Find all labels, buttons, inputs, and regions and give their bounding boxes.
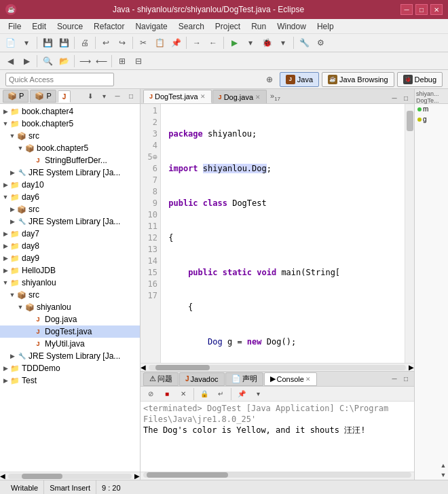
tree-item-src2[interactable]: ▶ 📦 src: [0, 203, 140, 215]
tree-item-jre1[interactable]: ▶ 🔧 JRE System Library [Ja...: [0, 166, 140, 179]
maximize-button[interactable]: □: [415, 4, 428, 15]
left-panel-scrollbar[interactable]: ◀ ▶: [0, 472, 140, 480]
panel-tab-j[interactable]: J: [58, 90, 71, 103]
tree-item-dog-java[interactable]: ▶ J Dog.java: [0, 313, 140, 325]
fwd-button[interactable]: ▶: [19, 54, 34, 69]
menu-window[interactable]: Window: [272, 20, 312, 33]
next-button[interactable]: →: [189, 35, 204, 50]
quick-access-input[interactable]: [5, 73, 114, 86]
console-tab-close[interactable]: ✕: [305, 376, 311, 383]
tree-item-day7[interactable]: ▶ 📁 day7: [0, 228, 140, 240]
scroll-right-btn[interactable]: ▶: [134, 472, 140, 480]
save-button[interactable]: 💾: [40, 35, 55, 50]
menu-edit[interactable]: Edit: [26, 20, 52, 33]
tree-item-jre3[interactable]: ▶ 🔧 JRE System Library [Ja...: [0, 350, 140, 362]
scroll-lock-btn[interactable]: 🔒: [197, 387, 212, 402]
tree-item-dogtest-java[interactable]: ▶ J DogTest.java: [0, 325, 140, 338]
debug-dropdown[interactable]: ▾: [276, 35, 291, 50]
run-button[interactable]: ▶: [227, 35, 242, 50]
tree-item-day10[interactable]: ▶ 📁 day10: [0, 179, 140, 191]
editor-scroll-thumb[interactable]: [407, 111, 413, 131]
perspective-open[interactable]: ⊕: [262, 72, 277, 87]
pin-console-btn[interactable]: 📌: [234, 387, 249, 402]
toggle-view[interactable]: ⊞: [115, 54, 130, 69]
menu-navigate[interactable]: Navigate: [130, 20, 172, 33]
perspective-debug[interactable]: 🐞 Debug: [397, 72, 443, 87]
copy-button[interactable]: 📋: [152, 35, 167, 50]
ext-tools2[interactable]: ⚙: [313, 35, 328, 50]
dogtest-tab-close[interactable]: ✕: [200, 93, 206, 100]
terminate-btn[interactable]: ■: [160, 387, 174, 402]
h-scrollbar-thumb[interactable]: [155, 365, 210, 370]
save-all-button[interactable]: 💾: [56, 35, 71, 50]
scroll-left-btn[interactable]: ◀: [0, 472, 5, 480]
menu-project[interactable]: Project: [210, 20, 246, 33]
panel-tab-p1[interactable]: 📦 P: [3, 90, 29, 103]
tree-item-day8[interactable]: ▶ 📁 day8: [0, 240, 140, 252]
menu-refactor[interactable]: Refactor: [88, 20, 130, 33]
print-button[interactable]: 🖨: [77, 35, 92, 50]
tree-item-tdddemo[interactable]: ▶ 📁 TDDDemo: [0, 362, 140, 374]
mini-scroll-down[interactable]: ▼: [438, 470, 448, 480]
run-dropdown[interactable]: ▾: [243, 35, 258, 50]
editor-tab-dog[interactable]: J Dog.java ✕: [212, 90, 267, 103]
close-button[interactable]: ✕: [430, 4, 443, 15]
open-type[interactable]: 🔍: [40, 54, 55, 69]
console-min-btn[interactable]: ─: [389, 374, 400, 385]
tree-item-src1[interactable]: ▼ 📦 src: [0, 130, 140, 142]
panel-menu-button[interactable]: ▾: [98, 90, 110, 103]
menu-run[interactable]: Run: [246, 20, 272, 33]
bottom-tab-declaration[interactable]: 📄 声明: [225, 372, 263, 386]
bottom-tab-console[interactable]: ▶ Console ✕: [264, 372, 317, 386]
editor-vertical-scrollbar[interactable]: [405, 104, 414, 363]
tree-item-src3[interactable]: ▼ 📦 src: [0, 289, 140, 301]
tree-item-shiyanloupkg[interactable]: ▼ 📦 shiyanlou: [0, 301, 140, 313]
editor-tab-dogtest[interactable]: J DogTest.java ✕: [143, 90, 212, 103]
tree-item-book5[interactable]: ▼ 📁 book.chapter5: [0, 118, 140, 130]
tree-item-myutil-java[interactable]: ▶ J MyUtil.java: [0, 338, 140, 350]
tree-item-hellojdb[interactable]: ▶ 📁 HelloJDB: [0, 264, 140, 277]
remove-launch-btn[interactable]: ✕: [176, 387, 191, 402]
console-scrollbar-thumb[interactable]: [147, 472, 228, 478]
word-wrap-btn[interactable]: ↵: [213, 387, 228, 402]
mini-item-g[interactable]: g: [415, 114, 448, 124]
editor-min-button[interactable]: ─: [389, 92, 400, 103]
new-button[interactable]: 📄: [3, 35, 18, 50]
console-max-btn[interactable]: □: [400, 374, 411, 385]
mini-scroll-up[interactable]: ▲: [438, 461, 448, 470]
collapse-all-button[interactable]: ⬇: [84, 90, 96, 103]
menu-file[interactable]: File: [3, 20, 26, 33]
dog-tab-close[interactable]: ✕: [255, 94, 261, 101]
next-edit[interactable]: ⟶: [77, 54, 92, 69]
clear-console-btn[interactable]: ⊘: [143, 387, 158, 402]
left-scrollbar-thumb[interactable]: [22, 474, 62, 479]
tree-item-book5pkg[interactable]: ▼ 📦 book.chapter5: [0, 142, 140, 154]
paste-button[interactable]: 📌: [168, 35, 183, 50]
menu-help[interactable]: Help: [312, 20, 339, 33]
menu-search[interactable]: Search: [173, 20, 210, 33]
prev-button[interactable]: ←: [206, 35, 221, 50]
mini-item-m[interactable]: m: [415, 104, 448, 114]
undo-button[interactable]: ↩: [98, 35, 113, 50]
panel-maximize-button[interactable]: □: [125, 90, 137, 103]
bottom-tab-javadoc[interactable]: J Javadoc: [179, 372, 225, 386]
redo-button[interactable]: ↪: [115, 35, 130, 50]
prev-edit[interactable]: ⟵: [94, 54, 109, 69]
perspective-java-browsing[interactable]: ☕ Java Browsing: [322, 72, 394, 87]
perspective-java[interactable]: J Java: [280, 72, 319, 87]
minimize-button[interactable]: ─: [400, 4, 413, 15]
debug-button[interactable]: 🐞: [259, 35, 274, 50]
panel-tab-p2[interactable]: 📦 P: [30, 90, 56, 103]
code-editor[interactable]: package shiyanlou; import shiyanlou.Dog;…: [161, 104, 405, 363]
tab-overflow-button[interactable]: »17: [267, 90, 283, 103]
h-scroll-right[interactable]: ▶: [409, 364, 414, 371]
back-button[interactable]: ◀: [3, 54, 18, 69]
tree-item-day9[interactable]: ▶ 📁 day9: [0, 252, 140, 264]
bottom-tab-problems[interactable]: ⚠ 问题: [143, 372, 179, 386]
tree-item-book4[interactable]: ▶ 📁 book.chapter4: [0, 105, 140, 118]
tree-item-jre2[interactable]: ▶ 🔧 JRE System Library [Ja...: [0, 215, 140, 228]
cut-button[interactable]: ✂: [136, 35, 151, 50]
editor-h-scrollbar[interactable]: ◀ ▶: [141, 363, 414, 371]
open-resource[interactable]: 📂: [56, 54, 71, 69]
new-dropdown[interactable]: ▾: [19, 35, 34, 50]
